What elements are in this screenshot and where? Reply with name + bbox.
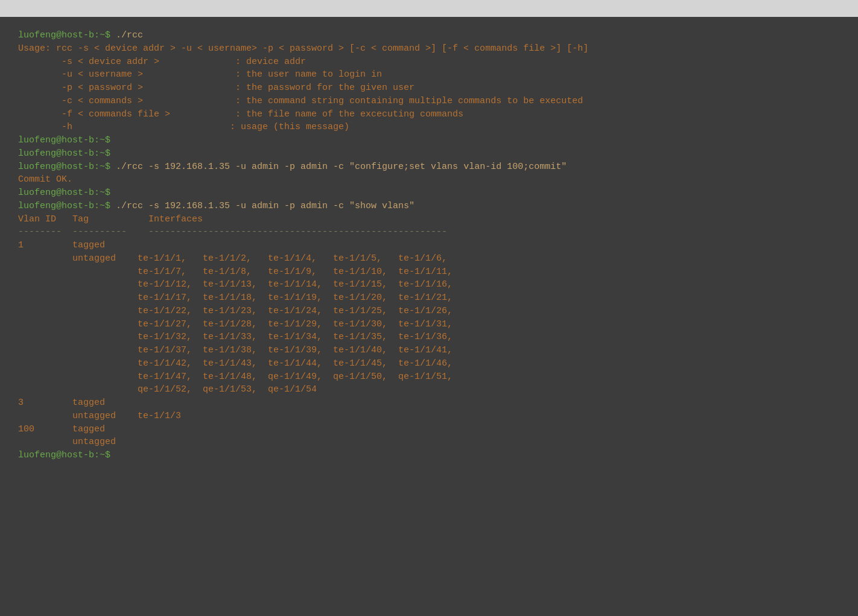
terminal-line: te-1/1/7, te-1/1/8, te-1/1/9, te-1/1/10,… [18, 265, 840, 279]
terminal-line: -h : usage (this message) [18, 121, 840, 134]
terminal-line: te-1/1/17, te-1/1/18, te-1/1/19, te-1/1/… [18, 291, 840, 305]
terminal-line: -u < username > : the user name to login… [18, 68, 840, 81]
terminal-line: Commit OK. [18, 173, 840, 186]
terminal-line: -p < password > : the password for the g… [18, 81, 840, 95]
terminal-line: Vlan ID Tag Interfaces [18, 213, 840, 226]
terminal-line: luofeng@host-b:~$ [18, 186, 840, 200]
terminal-line: luofeng@host-b:~$ [18, 449, 840, 462]
command-text: ./rcc [116, 30, 143, 40]
terminal: luofeng@host-b:~$ ./rccUsage: rcc -s < d… [0, 17, 858, 616]
terminal-line: 1 tagged [18, 239, 840, 252]
prompt: luofeng@host-b:~$ [18, 135, 116, 145]
prompt: luofeng@host-b:~$ [18, 30, 116, 40]
terminal-line: 3 tagged [18, 396, 840, 410]
prompt: luofeng@host-b:~$ [18, 450, 116, 460]
prompt: luofeng@host-b:~$ [18, 148, 116, 159]
terminal-line: -f < commands file > : the file name of … [18, 108, 840, 121]
terminal-line: -c < commands > : the command string con… [18, 95, 840, 108]
terminal-line: Usage: rcc -s < device addr > -u < usern… [18, 42, 840, 56]
terminal-line: -------- ---------- --------------------… [18, 226, 840, 239]
terminal-line: te-1/1/37, te-1/1/38, te-1/1/39, te-1/1/… [18, 344, 840, 357]
prompt: luofeng@host-b:~$ [18, 188, 116, 198]
terminal-line: qe-1/1/52, qe-1/1/53, qe-1/1/54 [18, 383, 840, 396]
prompt: luofeng@host-b:~$ [18, 201, 116, 211]
terminal-line: -s < device addr > : device addr [18, 56, 840, 69]
terminal-line: luofeng@host-b:~$ ./rcc -s 192.168.1.35 … [18, 160, 840, 174]
terminal-line: 100 tagged [18, 423, 840, 436]
terminal-line: te-1/1/12, te-1/1/13, te-1/1/14, te-1/1/… [18, 278, 840, 291]
top-bar [0, 0, 858, 17]
terminal-line: untagged te-1/1/3 [18, 410, 840, 423]
terminal-line: untagged te-1/1/1, te-1/1/2, te-1/1/4, t… [18, 252, 840, 265]
command-text: ./rcc -s 192.168.1.35 -u admin -p admin … [116, 162, 567, 172]
terminal-line: luofeng@host-b:~$ ./rcc -s 192.168.1.35 … [18, 200, 840, 213]
terminal-line: untagged [18, 436, 840, 449]
terminal-line: luofeng@host-b:~$ [18, 147, 840, 160]
terminal-line: te-1/1/42, te-1/1/43, te-1/1/44, te-1/1/… [18, 357, 840, 370]
terminal-line: te-1/1/47, te-1/1/48, qe-1/1/49, qe-1/1/… [18, 370, 840, 384]
command-text: ./rcc -s 192.168.1.35 -u admin -p admin … [116, 201, 415, 211]
terminal-line: luofeng@host-b:~$ [18, 134, 840, 147]
terminal-line: te-1/1/22, te-1/1/23, te-1/1/24, te-1/1/… [18, 305, 840, 318]
terminal-line: luofeng@host-b:~$ ./rcc [18, 29, 840, 42]
terminal-line: te-1/1/27, te-1/1/28, te-1/1/29, te-1/1/… [18, 318, 840, 331]
prompt: luofeng@host-b:~$ [18, 162, 116, 172]
terminal-line: te-1/1/32, te-1/1/33, te-1/1/34, te-1/1/… [18, 331, 840, 344]
